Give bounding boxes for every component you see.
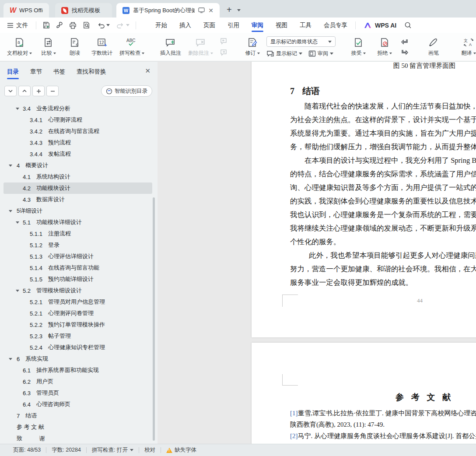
toc-item[interactable]: 3.4.2在线咨询与留言流程 (4, 126, 152, 137)
sidebar-scrollbar[interactable] (153, 197, 155, 441)
present-monitor-icon[interactable] (198, 7, 205, 13)
search-icon[interactable] (404, 21, 412, 29)
tab-document-active[interactable]: W 基于Spring Boot的心理健康服 ✕ (116, 3, 220, 18)
menu-start[interactable]: 开始 (149, 18, 173, 33)
toc-item[interactable]: 7结语 (4, 410, 152, 421)
toc-item[interactable]: 致 谢 (4, 433, 152, 444)
missing-font-warning[interactable]: 缺失字体 (166, 446, 196, 454)
toc-item[interactable]: 5.2管理模块细设设计 (4, 285, 152, 296)
menu-reference[interactable]: 引用 (221, 18, 245, 33)
document-canvas[interactable]: 图 50 留言管理界面图 7结语 随着现代社会的快速发展，人们的生活节奏日益加快… (158, 61, 476, 444)
spellcheck-toggle[interactable]: 拼写检查: 打开 (92, 446, 133, 454)
toc-item[interactable]: 6.4心理咨询师页 (4, 399, 152, 410)
menu-member[interactable]: 会员专享 (318, 18, 354, 33)
tab-docer-templates[interactable]: 找稻壳模板 (55, 3, 112, 18)
toc-item[interactable]: 5.1功能模块详细设计 (4, 217, 152, 228)
toc-item[interactable]: 5.1.4在线咨询与留言功能 (4, 262, 152, 274)
toc-item[interactable]: 参 考 文 献 (4, 421, 152, 433)
expand-triangle-icon[interactable] (16, 290, 19, 292)
reject-revision-button[interactable]: 拒绝 (372, 35, 397, 59)
expand-triangle-icon[interactable] (9, 358, 12, 360)
tab-list-dropdown-icon[interactable] (237, 6, 241, 14)
toc-item[interactable]: 3.4.3预约流程 (4, 137, 152, 148)
accept-revision-button[interactable]: 接受 (346, 35, 371, 59)
menu-review[interactable]: 审阅 (245, 18, 270, 33)
collapse-all-button[interactable] (4, 86, 17, 96)
doc-proofing-icon: a (14, 37, 25, 48)
toc-item[interactable]: 5.2.2预约订单管理模块操作 (4, 319, 152, 330)
word-count-indicator[interactable]: 字数: 20284 (52, 446, 81, 454)
page-indicator[interactable]: 页面: 48/53 (13, 446, 41, 454)
document-page-45[interactable]: 参 考 文 献 [1]董雪,谭宝书,比拉热·依拉里丁. 健康中国背景下高校网络心… (252, 343, 476, 444)
toc-item[interactable]: 5.2.4心理健康知识专栏管理 (4, 342, 152, 353)
sidebar-tab-bookmark[interactable]: 书签 (53, 68, 65, 76)
sidebar-tab-find-replace[interactable]: 查找和替换 (77, 68, 106, 76)
expand-triangle-icon[interactable] (9, 165, 12, 167)
menu-insert[interactable]: 插入 (173, 18, 197, 33)
toc-item[interactable]: 5.1.1注册流程 (4, 228, 152, 239)
translate-button[interactable]: 文A 翻译 (456, 35, 476, 59)
ink-brush-button[interactable]: 画笔 (421, 35, 446, 59)
undo-icon[interactable] (97, 22, 105, 28)
spell-check-button[interactable]: ABC 拼写检查 (117, 35, 147, 59)
expand-triangle-icon[interactable] (16, 221, 19, 224)
toc-item[interactable]: 5.2.1心理测评问卷管理 (4, 308, 152, 319)
menu-tools[interactable]: 工具 (294, 18, 318, 33)
sidebar-tab-chapter[interactable]: 章节 (30, 68, 42, 76)
toc-item[interactable]: 5详细设计 (4, 205, 152, 217)
print-preview-icon[interactable] (83, 21, 90, 29)
markup-state-select[interactable]: 显示标记的最终状态 (266, 36, 336, 47)
next-revision-icon[interactable] (400, 49, 409, 56)
zoom-out-toc-button[interactable] (46, 86, 59, 96)
show-markup-button[interactable]: 显示标记 (266, 50, 302, 57)
close-sidebar-icon[interactable]: ✕ (145, 67, 150, 75)
toc-item[interactable]: 3.4.1心理测评流程 (4, 114, 152, 126)
read-aloud-button[interactable]: 朗读 (63, 35, 87, 59)
expand-all-button[interactable] (18, 86, 31, 96)
redo-icon[interactable] (117, 22, 124, 28)
new-tab-button[interactable]: + (227, 5, 232, 15)
toc-item[interactable]: 5.1.3心理评估详细设计 (4, 251, 152, 262)
toc-item[interactable]: 4.2功能模块设计 (4, 182, 152, 194)
toc-item[interactable]: 4概要设计 (4, 160, 152, 171)
compare-button[interactable]: 比较 (36, 35, 61, 59)
expand-triangle-icon[interactable] (9, 210, 12, 212)
sidebar-tab-toc[interactable]: 目录 (7, 68, 19, 76)
print-icon[interactable] (69, 22, 77, 29)
toc-item[interactable]: 5.2.3帖子管理 (4, 330, 152, 342)
file-menu-button[interactable]: 文件 (0, 21, 34, 29)
toc-item[interactable]: 6.3管理员页 (4, 387, 152, 399)
export-pdf-icon[interactable] (56, 21, 63, 29)
toc-item[interactable]: 5.1.2登录 (4, 239, 152, 251)
toc-item[interactable]: 4.3数据库设计 (4, 194, 152, 205)
toc-item[interactable]: 3.4.4发帖流程 (4, 148, 152, 160)
zoom-in-toc-button[interactable] (32, 86, 45, 96)
tab-wps-office[interactable]: W WPS Office (4, 3, 49, 18)
doc-proofing-button[interactable]: a 文档校对 (4, 35, 35, 59)
wps-ai-button[interactable]: WPS AI (364, 22, 396, 29)
document-page-44[interactable]: 图 50 留言管理界面图 7结语 随着现代社会的快速发展，人们的生活节奏日益加快… (252, 61, 476, 337)
track-changes-button[interactable]: 修订 (240, 35, 265, 59)
toc-item[interactable]: 6.1操作系统界面和功能实现 (4, 365, 152, 376)
save-icon[interactable] (42, 21, 50, 29)
toc-item[interactable]: 5.2.1管理员对用户信息管理 (4, 296, 152, 308)
previous-revision-icon[interactable] (400, 38, 409, 45)
menu-view[interactable]: 视图 (270, 18, 294, 33)
word-count-button[interactable]: 12+ 字数统计 (89, 35, 115, 59)
toc-item[interactable]: 3.4业务流程分析 (4, 103, 152, 114)
proofing-button[interactable]: 校对 (144, 446, 155, 454)
undo-dropdown-icon[interactable] (106, 24, 110, 26)
navigation-sidebar: 目录 章节 书签 查找和替换 ✕ (0, 61, 158, 444)
warning-icon (166, 448, 172, 453)
toc-item[interactable]: 5.1.5预约功能详细设计 (4, 274, 152, 285)
toc-item[interactable]: 4.1系统结构设计 (4, 171, 152, 182)
toc-item[interactable]: 6系统实现 (4, 353, 152, 365)
redo-dropdown-icon[interactable] (126, 24, 130, 26)
review-pane-button[interactable]: 审阅 (308, 50, 333, 57)
toc-item[interactable]: 6.2用户页 (4, 376, 152, 387)
insert-comment-button[interactable]: 插入批注 (158, 35, 184, 59)
smart-toc-button[interactable]: 智能识别目录 (101, 85, 152, 97)
close-tab-icon[interactable]: ✕ (208, 7, 214, 14)
menu-page[interactable]: 页面 (197, 18, 221, 33)
expand-triangle-icon[interactable] (16, 108, 19, 110)
